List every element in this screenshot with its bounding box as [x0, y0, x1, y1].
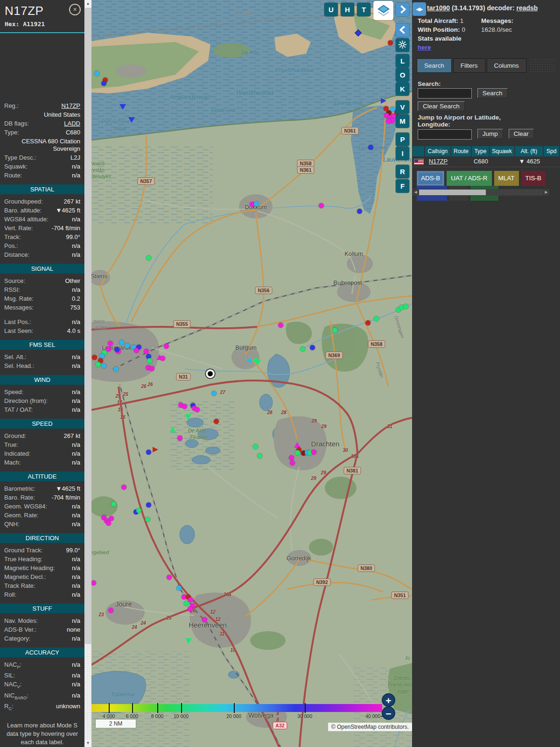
map-button-T[interactable]: T — [357, 3, 371, 16]
aircraft-marker[interactable] — [113, 366, 119, 372]
tab-filters[interactable]: Filters — [453, 58, 485, 73]
tab-columns[interactable]: Columns — [487, 58, 526, 73]
aircraft-marker[interactable] — [153, 447, 158, 452]
aircraft-marker[interactable] — [188, 597, 193, 602]
aircraft-marker[interactable] — [310, 345, 315, 350]
search-input[interactable] — [418, 88, 472, 99]
search-button[interactable]: Search — [477, 88, 508, 98]
aircraft-marker[interactable] — [185, 414, 191, 420]
map-button-gear[interactable] — [396, 38, 409, 52]
aircraft-marker[interactable] — [176, 585, 182, 591]
aircraft-marker[interactable] — [92, 355, 97, 360]
scroll-down-icon[interactable]: ▼ — [84, 740, 91, 747]
tar1090-link[interactable]: tar1090 — [427, 4, 450, 12]
aircraft-marker[interactable] — [300, 346, 305, 352]
aircraft-marker[interactable] — [254, 360, 261, 366]
aircraft-marker[interactable] — [319, 203, 324, 208]
scroll-left-icon[interactable]: ◀ — [413, 189, 419, 196]
layers-button[interactable] — [373, 1, 393, 20]
close-icon[interactable]: × — [69, 4, 81, 15]
aircraft-marker[interactable] — [167, 575, 172, 580]
aircraft-marker[interactable] — [202, 617, 207, 622]
aircraft-marker[interactable] — [101, 81, 106, 86]
scroll-right-icon[interactable]: ▶ — [543, 189, 549, 196]
map-button-F[interactable]: F — [396, 179, 409, 193]
aircraft-marker[interactable] — [295, 450, 300, 455]
aircraft-marker[interactable] — [365, 320, 371, 325]
badge-tis-b[interactable]: TIS-B — [521, 171, 546, 186]
aircraft-marker[interactable] — [388, 40, 393, 45]
column-header-Spd[interactable]: Spd — [544, 146, 559, 156]
selected-aircraft-marker[interactable] — [206, 369, 215, 378]
aircraft-marker[interactable] — [182, 404, 187, 409]
map-button-V[interactable]: V — [396, 100, 409, 114]
aircraft-marker[interactable] — [128, 117, 135, 123]
aircraft-marker[interactable] — [332, 328, 337, 333]
aircraft-marker[interactable] — [169, 427, 176, 432]
aircraft-marker[interactable] — [145, 517, 150, 522]
map-button-M[interactable]: M — [396, 114, 409, 128]
aircraft-marker[interactable] — [144, 349, 149, 354]
aircraft-marker[interactable] — [125, 343, 130, 348]
aircraft-marker[interactable] — [147, 358, 152, 363]
clear-search-button[interactable]: Clear Search — [418, 101, 465, 111]
aircraft-marker[interactable] — [136, 508, 141, 513]
column-header-Type[interactable]: Type — [472, 146, 489, 156]
badge-mlat[interactable]: MLAT — [494, 171, 519, 186]
aircraft-marker[interactable] — [185, 638, 192, 644]
zoom-in-button[interactable]: + — [382, 693, 395, 707]
map[interactable]: FryslânDe HônEngelsmanplaatAmelanderwadW… — [91, 0, 412, 747]
aircraft-marker[interactable] — [121, 485, 126, 490]
aircraft-marker[interactable] — [195, 407, 200, 412]
aircraft-marker[interactable] — [160, 356, 165, 361]
aircraft-marker[interactable] — [146, 255, 151, 261]
aircraft-table-header[interactable]: CallsignRouteTypeSquawkAlt. (ft)Spd — [413, 146, 560, 156]
aircraft-marker[interactable] — [101, 363, 106, 368]
map-button-R[interactable]: R — [396, 165, 409, 178]
aircraft-marker[interactable] — [134, 348, 139, 353]
aircraft-table-row[interactable]: N17ZPC680▼ 4625 — [413, 156, 560, 167]
column-header-Squawk[interactable]: Squawk — [490, 146, 514, 156]
aircraft-marker[interactable] — [253, 444, 258, 449]
aircraft-marker[interactable] — [211, 391, 217, 396]
map-button-chevron-left[interactable] — [396, 23, 409, 37]
aircraft-marker[interactable] — [109, 516, 114, 521]
aircraft-marker[interactable] — [357, 209, 362, 214]
aircraft-marker[interactable] — [188, 606, 193, 612]
aircraft-marker[interactable] — [119, 340, 124, 345]
map-button-I[interactable]: I — [396, 147, 409, 160]
readsb-link[interactable]: readsb — [516, 4, 538, 12]
detail-link[interactable]: LADD — [64, 120, 80, 127]
aircraft-marker[interactable] — [96, 362, 101, 367]
jump-button[interactable]: Jump — [477, 129, 503, 139]
aircraft-marker[interactable] — [381, 98, 386, 104]
stats-here-link[interactable]: here — [418, 44, 431, 51]
aircraft-marker[interactable] — [94, 71, 99, 76]
aircraft-marker[interactable] — [254, 201, 259, 206]
map-button-U[interactable]: U — [324, 3, 338, 16]
left-panel-scrollbar[interactable]: ▲ ▼ — [84, 0, 91, 747]
jump-clear-button[interactable]: Clear — [509, 129, 534, 139]
aircraft-marker[interactable] — [164, 344, 169, 349]
aircraft-marker[interactable] — [146, 502, 151, 507]
badge-uat-ads-r[interactable]: UAT / ADS-R — [447, 171, 491, 186]
column-header-Callsign[interactable]: Callsign — [425, 146, 450, 156]
aircraft-marker[interactable] — [106, 346, 111, 352]
scroll-up-icon[interactable]: ▲ — [84, 0, 91, 7]
aircraft-marker[interactable] — [108, 341, 113, 346]
column-header-Route[interactable]: Route — [451, 146, 471, 156]
map-button-O[interactable]: O — [396, 68, 409, 82]
aircraft-marker[interactable] — [386, 119, 391, 124]
badge-ads-b[interactable]: ADS-B — [417, 171, 444, 186]
map-button-L[interactable]: L — [396, 54, 409, 68]
aircraft-marker[interactable] — [177, 436, 182, 441]
aircraft-marker[interactable] — [290, 460, 295, 465]
aircraft-marker[interactable] — [149, 366, 154, 371]
map-button-H[interactable]: H — [341, 3, 354, 16]
map-next-button[interactable] — [396, 3, 409, 16]
aircraft-marker[interactable] — [257, 453, 262, 458]
table-horizontal-scrollbar[interactable]: ◀ ▶ — [413, 189, 549, 196]
aircraft-marker[interactable] — [214, 419, 219, 424]
hscrollbar-thumb[interactable] — [419, 190, 486, 195]
column-header-flag[interactable] — [413, 146, 424, 156]
